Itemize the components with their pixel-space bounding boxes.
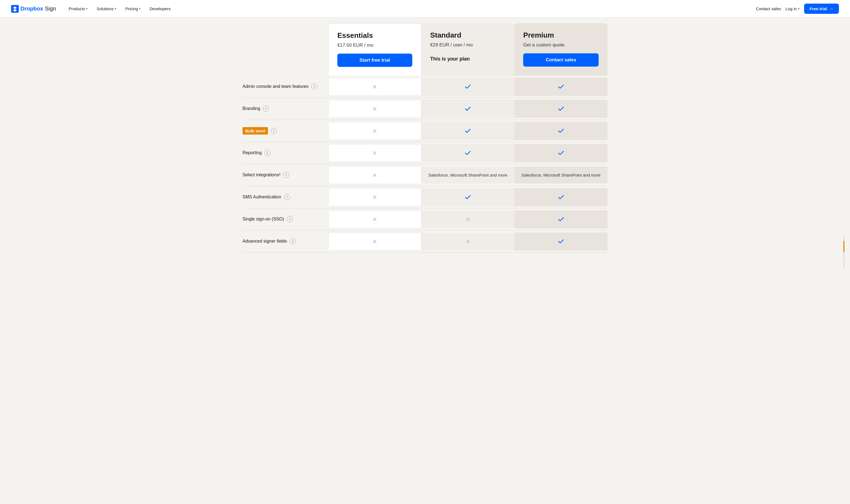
info-icon-4[interactable]: i — [283, 172, 289, 178]
feature-text-standard-4: Salesforce, Microsoft SharePoint and mor… — [428, 172, 507, 178]
feature-row: Advanced signer fieldsi — [243, 231, 607, 253]
standard-current-label: This is your plan — [430, 53, 506, 65]
navbar: Dropbox Sign Products ▾ Solutions ▾ Pric… — [0, 0, 850, 18]
essentials-cta-button[interactable]: Start free trial — [337, 54, 412, 67]
plan-header-empty — [243, 23, 328, 76]
feature-value-premium-6 — [514, 210, 607, 229]
check-icon — [557, 127, 565, 134]
feature-value-standard-2 — [421, 122, 515, 140]
essentials-plan-price: €17.50 EUR / mo — [337, 42, 412, 48]
nav-pricing-chevron: ▾ — [139, 7, 141, 11]
feature-label-text-3: Reporting — [243, 150, 262, 156]
check-icon — [557, 216, 565, 223]
info-icon-3[interactable]: i — [264, 150, 271, 156]
feature-value-premium-4: Salesforce, Microsoft SharePoint and mor… — [514, 167, 607, 183]
scroll-indicator — [843, 235, 845, 253]
nav-links: Products ▾ Solutions ▾ Pricing ▾ Develop… — [65, 4, 756, 13]
contact-sales-link[interactable]: Contact sales — [756, 6, 781, 11]
check-icon — [464, 127, 471, 134]
feature-value-premium-3 — [514, 144, 607, 162]
nav-products-label: Products — [69, 6, 85, 11]
premium-plan-name: Premium — [523, 31, 599, 39]
feature-label-cell-4: Select integrations²i — [243, 166, 328, 183]
feature-value-standard-6 — [421, 211, 515, 228]
free-trial-arrow-icon: → — [829, 6, 833, 11]
nav-solutions[interactable]: Solutions ▾ — [93, 4, 120, 13]
feature-value-standard-4: Salesforce, Microsoft SharePoint and mor… — [421, 167, 515, 183]
login-link[interactable]: Log in ▾ — [785, 6, 800, 11]
feature-label-cell-6: Single sign-on (SSO)i — [243, 211, 328, 228]
feature-row: Reportingi — [243, 142, 607, 164]
nav-right: Contact sales Log in ▾ Free trial → — [756, 4, 839, 14]
feature-value-essentials-2 — [328, 123, 421, 139]
premium-cta-button[interactable]: Contact sales — [523, 53, 599, 67]
login-chevron: ▾ — [798, 7, 800, 11]
nav-solutions-label: Solutions — [97, 6, 114, 11]
x-icon — [372, 173, 378, 178]
x-icon — [465, 217, 471, 222]
feature-row: Single sign-on (SSO)i — [243, 208, 607, 231]
free-trial-label: Free trial — [810, 6, 827, 11]
nav-developers-label: Developers — [150, 6, 171, 11]
x-icon — [372, 195, 378, 200]
nav-pricing[interactable]: Pricing ▾ — [121, 4, 145, 13]
logo-dropbox-text: Dropbox — [20, 5, 43, 12]
feature-label-text-4: Select integrations² — [243, 172, 280, 178]
logo-sign-text: Sign — [45, 5, 56, 12]
info-icon-0[interactable]: i — [311, 84, 317, 90]
feature-label-text-5: SMS Authentication — [243, 194, 281, 200]
plan-header-premium: Premium Get a custom quote. Contact sale… — [514, 23, 607, 76]
nav-solutions-chevron: ▾ — [115, 7, 117, 11]
feature-value-essentials-3 — [328, 145, 421, 161]
feature-label-cell-1: Brandingi — [243, 100, 328, 117]
check-icon — [557, 105, 565, 112]
feature-value-standard-1 — [421, 100, 515, 118]
info-icon-5[interactable]: i — [284, 194, 290, 200]
x-icon — [372, 150, 378, 156]
feature-label-text-6: Single sign-on (SSO) — [243, 216, 284, 222]
feature-row: SMS Authenticationi — [243, 186, 607, 208]
feature-label-text-7: Advanced signer fields — [243, 238, 287, 244]
feature-label-text-1: Branding — [243, 106, 260, 112]
feature-value-premium-5 — [514, 188, 607, 206]
feature-label-cell-5: SMS Authenticationi — [243, 188, 328, 205]
feature-label-cell-2: Bulk sendi — [243, 122, 328, 140]
feature-value-standard-3 — [421, 144, 515, 162]
essentials-plan-name: Essentials — [337, 31, 412, 40]
check-icon — [557, 238, 565, 245]
nav-products-chevron: ▾ — [86, 7, 88, 11]
standard-plan-price: €29 EUR / user / mo — [430, 42, 506, 48]
feature-row: Select integrations²iSalesforce, Microso… — [243, 164, 607, 186]
check-icon — [464, 105, 471, 112]
free-trial-button[interactable]: Free trial → — [804, 4, 839, 14]
check-icon — [557, 194, 565, 201]
nav-products[interactable]: Products ▾ — [65, 4, 91, 13]
info-icon-6[interactable]: i — [287, 216, 293, 222]
check-icon — [557, 83, 565, 90]
nav-pricing-label: Pricing — [125, 6, 138, 11]
x-icon — [372, 128, 378, 134]
feature-value-essentials-4 — [328, 167, 421, 183]
info-icon-7[interactable]: i — [290, 238, 296, 244]
feature-label-cell-3: Reportingi — [243, 144, 328, 161]
x-icon — [372, 239, 378, 244]
login-label: Log in — [785, 6, 797, 11]
feature-value-essentials-0 — [328, 78, 421, 95]
feature-value-essentials-7 — [328, 233, 421, 250]
feature-value-premium-0 — [514, 78, 607, 96]
check-icon — [464, 194, 471, 201]
nav-developers[interactable]: Developers — [146, 4, 174, 13]
check-icon — [464, 149, 471, 157]
feature-value-standard-7 — [421, 233, 515, 250]
feature-label-cell-7: Advanced signer fieldsi — [243, 233, 328, 250]
info-icon-1[interactable]: i — [263, 106, 269, 112]
plan-header-essentials: Essentials €17.50 EUR / mo Start free tr… — [328, 23, 421, 76]
feature-label-text-0: Admin console and team features — [243, 84, 308, 90]
feature-value-premium-2 — [514, 122, 607, 140]
info-icon-2[interactable]: i — [271, 128, 277, 134]
feature-text-premium-4: Salesforce, Microsoft SharePoint and mor… — [521, 172, 601, 178]
standard-plan-name: Standard — [430, 31, 506, 39]
check-icon — [557, 149, 565, 157]
feature-value-standard-0 — [421, 78, 515, 96]
logo[interactable]: Dropbox Sign — [11, 5, 56, 13]
